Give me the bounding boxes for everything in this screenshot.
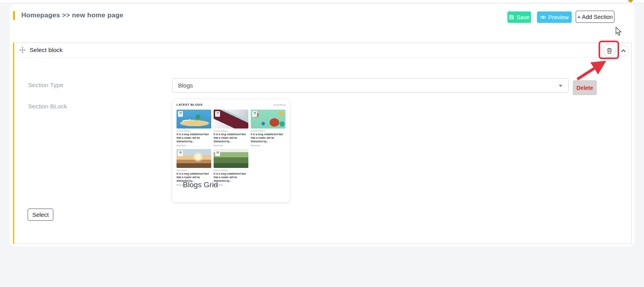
read-blogs-link: Read Blogs (274, 104, 286, 106)
blog-thumbnail-tropical-plane: 19 Jan (176, 110, 211, 129)
date-badge: 19 Jan (252, 111, 257, 117)
post-excerpt: It is a long established fact that a rea… (176, 133, 211, 144)
save-button[interactable]: Save (507, 11, 531, 23)
post-excerpt: It is a long established fact that a rea… (214, 172, 248, 183)
read-now-link: Read Now → (176, 144, 211, 147)
date-month: Jan (178, 153, 183, 155)
blog-thumbnail-passport-wing: 19 Jan (214, 110, 248, 129)
post-author: Ayesha Williams (251, 130, 285, 132)
latest-blogs-heading: LATEST BLOGS (176, 103, 203, 106)
preview-label: Preview (548, 14, 569, 20)
section-type-label: Section Type (28, 82, 63, 89)
blog-post-card: 19 Jan Ayesha Williams It is a long esta… (251, 110, 285, 147)
content-card: Homepages >> new home page Save Preview … (10, 4, 635, 246)
breadcrumb-accent-bar (13, 11, 15, 20)
section-block: Select block Section Type Blogs Delete S… (13, 43, 632, 244)
chevron-up-icon (621, 49, 626, 52)
post-author: Marie Bahler (176, 169, 211, 171)
section-block-label: Section BLock (28, 103, 67, 110)
save-icon (509, 15, 514, 20)
blogs-grid-preview-card[interactable]: LATEST BLOGS Read Blogs 19 Jan Ayesha Wi… (172, 99, 290, 202)
date-month: Jan (215, 114, 220, 116)
section-title: Select block (30, 47, 63, 54)
blog-thumbnail-mountain-bench: 19 Jan (214, 149, 248, 168)
section-type-value: Blogs (178, 82, 193, 89)
post-author: Ayesha Williams (176, 130, 211, 132)
post-author: Ayesha Williams (214, 130, 248, 132)
top-navbar (0, 0, 644, 3)
blog-thumbnail-travel-flatlay: 19 Jan (251, 110, 285, 129)
date-badge: 19 Jan (215, 111, 220, 117)
collapse-section-button[interactable] (618, 45, 629, 56)
section-header: Select block (14, 43, 631, 58)
add-section-button[interactable]: + Add Section (576, 11, 614, 23)
blog-post-card: 19 Jan Ayesha Williams It is a long esta… (176, 110, 211, 147)
eye-icon (540, 15, 546, 20)
date-month: Jan (178, 114, 183, 116)
blog-post-card: 19 Jan Ayesha Williams It is a long esta… (214, 149, 248, 186)
blog-post-card: 19 Jan Ayesha Williams It is a long esta… (214, 110, 248, 147)
add-section-label: + Add Section (577, 14, 613, 20)
select-button[interactable]: Select (28, 209, 53, 221)
date-badge: 19 Jan (215, 151, 220, 156)
save-label: Save (516, 14, 529, 20)
move-icon[interactable] (19, 47, 26, 53)
date-badge: 19 Jan (178, 151, 183, 156)
date-month: Jan (215, 153, 220, 155)
post-excerpt: It is a long established fact that a rea… (251, 133, 285, 144)
post-excerpt: It is a long established fact that a rea… (214, 133, 248, 144)
breadcrumb: Homepages >> new home page (21, 11, 123, 19)
delete-button[interactable]: Delete (573, 80, 597, 95)
date-month: Jan (252, 114, 257, 116)
blog-posts-grid: 19 Jan Ayesha Williams It is a long esta… (176, 110, 286, 186)
read-now-link: Read Now → (251, 144, 285, 147)
post-author: Ayesha Williams (214, 169, 248, 171)
read-now-link: Read Now → (214, 184, 248, 186)
block-caption: Blogs Grid (183, 181, 218, 189)
preview-button[interactable]: Preview (537, 11, 572, 23)
caret-down-icon (559, 85, 563, 87)
delete-section-icon-button[interactable] (603, 44, 616, 57)
trash-icon (606, 48, 612, 54)
blog-thumbnail-beach-sunset: 19 Jan (176, 149, 211, 168)
read-now-link: Read Now → (214, 144, 248, 147)
section-type-select[interactable]: Blogs (172, 78, 569, 93)
date-badge: 19 Jan (178, 111, 183, 117)
